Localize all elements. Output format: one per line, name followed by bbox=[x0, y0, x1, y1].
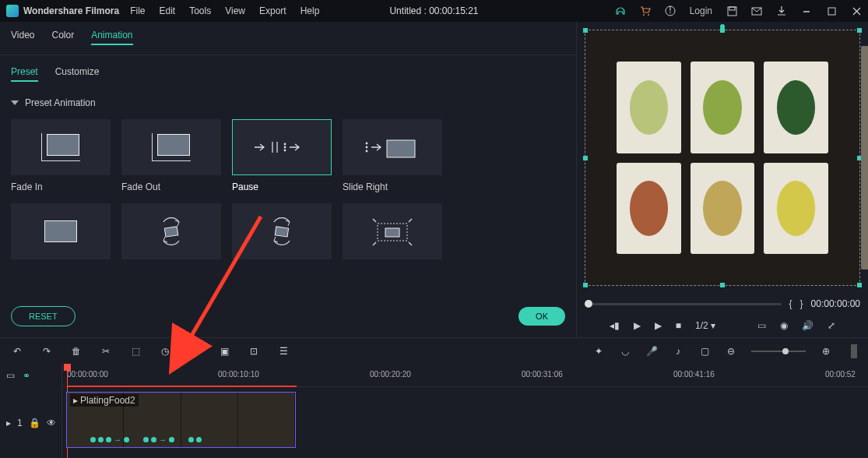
ruler-tick: 00:00:52 bbox=[825, 370, 856, 379]
svg-point-11 bbox=[284, 143, 286, 146]
svg-rect-18 bbox=[164, 227, 177, 237]
menu-help[interactable]: Help bbox=[300, 5, 320, 16]
preset-pause[interactable]: Pause bbox=[232, 119, 332, 192]
section-title: Preset Animation bbox=[25, 97, 96, 108]
cut-icon[interactable]: ✂ bbox=[100, 345, 112, 358]
keyframe-track[interactable]: → → bbox=[90, 435, 272, 444]
preset-slide-right[interactable]: Slide Right bbox=[343, 119, 442, 192]
timeline-ruler[interactable]: 00:00:00:00 00:00:10:10 00:00:20:20 00:0… bbox=[62, 364, 868, 387]
info-icon[interactable]: ! bbox=[665, 5, 676, 16]
main-menu: File Edit Tools View Export Help bbox=[130, 5, 319, 16]
speed-icon[interactable]: ◷ bbox=[159, 345, 171, 358]
animation-subtabs: Preset Customize bbox=[0, 55, 576, 86]
speed-selector[interactable]: 1/2 ▾ bbox=[695, 320, 715, 331]
ok-button[interactable]: OK bbox=[518, 307, 565, 326]
adjust-icon[interactable]: ☰ bbox=[277, 345, 290, 358]
greenscreen-icon[interactable]: ▣ bbox=[218, 345, 230, 358]
clip-video-icon: ▸ bbox=[73, 395, 78, 406]
brace-right[interactable]: } bbox=[800, 298, 803, 309]
preset-item[interactable] bbox=[11, 203, 111, 259]
zoom-out-icon[interactable]: ⊖ bbox=[725, 345, 737, 358]
preset-item[interactable] bbox=[232, 203, 332, 259]
timeline-toolbar: ↶ ↷ 🗑 ✂ ⬚ ◷ ◔ ▣ ⊡ ☰ ✦ ◡ 🎤 ♪ ▢ ⊖ ⊕ bbox=[0, 337, 868, 364]
zoom-slider[interactable] bbox=[751, 351, 806, 352]
svg-point-15 bbox=[366, 146, 368, 149]
tab-color[interactable]: Color bbox=[51, 30, 74, 45]
color-icon[interactable]: ◔ bbox=[188, 345, 201, 358]
play-button[interactable]: ▶ bbox=[634, 320, 641, 331]
cart-icon[interactable] bbox=[640, 5, 651, 16]
ruler-tick: 00:00:41:16 bbox=[673, 370, 715, 379]
marker-icon[interactable]: ◡ bbox=[619, 345, 631, 358]
render-icon[interactable]: ✦ bbox=[592, 345, 605, 358]
subtab-preset[interactable]: Preset bbox=[11, 66, 38, 82]
redo-icon[interactable]: ↷ bbox=[40, 345, 53, 358]
save-icon[interactable] bbox=[726, 5, 737, 16]
preset-thumb bbox=[343, 119, 442, 175]
reset-button[interactable]: RESET bbox=[11, 306, 76, 326]
play-alt-button[interactable]: ▶ bbox=[655, 320, 662, 331]
document-title: Untitled : 00:00:15:21 bbox=[389, 5, 478, 16]
prev-frame-button[interactable]: ◂▮ bbox=[610, 320, 620, 331]
ruler-tick: 00:00:20:20 bbox=[370, 370, 411, 379]
preset-item[interactable] bbox=[121, 203, 221, 259]
app-name: Wondershare Filmora bbox=[23, 5, 119, 16]
menu-tools[interactable]: Tools bbox=[189, 5, 211, 16]
svg-point-0 bbox=[643, 14, 645, 16]
link-icon[interactable]: ⚭ bbox=[23, 370, 30, 381]
preview-viewport[interactable] bbox=[585, 30, 860, 286]
preset-item[interactable] bbox=[343, 203, 442, 259]
app-logo: Wondershare Filmora bbox=[6, 5, 119, 17]
ruler-tick: 00:00:10:10 bbox=[218, 370, 259, 379]
preset-fade-out[interactable]: Fade Out bbox=[121, 119, 221, 192]
fullscreen-icon[interactable]: ⤢ bbox=[828, 320, 835, 331]
preset-fade-in[interactable]: Fade In bbox=[11, 119, 111, 192]
volume-icon[interactable]: 🔊 bbox=[802, 320, 814, 331]
stop-button[interactable]: ■ bbox=[676, 320, 681, 331]
visibility-icon[interactable]: 👁 bbox=[47, 417, 56, 428]
detach-icon[interactable]: ⊡ bbox=[248, 345, 260, 358]
headset-icon[interactable] bbox=[615, 5, 626, 16]
minimize-icon[interactable] bbox=[801, 5, 812, 16]
svg-point-14 bbox=[366, 143, 368, 145]
crop-icon[interactable]: ⬚ bbox=[129, 345, 142, 358]
tab-video[interactable]: Video bbox=[11, 30, 34, 45]
video-track-icon: ▸ bbox=[6, 417, 11, 428]
menu-edit[interactable]: Edit bbox=[159, 5, 175, 16]
clip-range-indicator bbox=[67, 386, 297, 387]
preset-label: Pause bbox=[232, 181, 332, 192]
close-icon[interactable] bbox=[851, 5, 862, 16]
audio-icon[interactable]: ♪ bbox=[672, 345, 684, 358]
preset-section-header[interactable]: Preset Animation bbox=[0, 86, 576, 119]
menu-file[interactable]: File bbox=[130, 5, 145, 16]
login-link[interactable]: Login bbox=[690, 5, 712, 16]
tab-animation[interactable]: Animation bbox=[91, 30, 132, 45]
svg-point-16 bbox=[366, 150, 368, 153]
preset-thumb bbox=[232, 119, 332, 175]
maximize-icon[interactable] bbox=[826, 5, 837, 16]
delete-icon[interactable]: 🗑 bbox=[70, 345, 83, 358]
track-manager-icon[interactable]: ▭ bbox=[6, 370, 15, 381]
svg-point-13 bbox=[284, 150, 286, 152]
preset-thumb bbox=[121, 119, 221, 175]
brace-left[interactable]: { bbox=[789, 298, 792, 309]
display-icon[interactable]: ▭ bbox=[757, 320, 766, 331]
preview-content bbox=[601, 46, 844, 270]
snapshot-icon[interactable]: ◉ bbox=[780, 320, 788, 331]
menu-view[interactable]: View bbox=[225, 5, 245, 16]
svg-point-12 bbox=[284, 146, 286, 149]
voiceover-icon[interactable]: 🎤 bbox=[645, 345, 658, 358]
download-icon[interactable] bbox=[776, 5, 787, 16]
preview-scrubber[interactable] bbox=[585, 303, 782, 305]
lock-icon[interactable]: 🔒 bbox=[29, 417, 40, 428]
menu-export[interactable]: Export bbox=[259, 5, 286, 16]
zoom-in-icon[interactable]: ⊕ bbox=[820, 345, 832, 358]
logo-icon bbox=[6, 5, 19, 17]
preview-timecode: 00:00:00:00 bbox=[811, 298, 860, 309]
subtab-customize[interactable]: Customize bbox=[55, 66, 100, 82]
timeline-clip[interactable]: ▸PlatingFood2 → → bbox=[66, 392, 296, 448]
undo-icon[interactable]: ↶ bbox=[11, 345, 23, 358]
scrollbar-icon[interactable] bbox=[851, 344, 857, 358]
mail-icon[interactable] bbox=[751, 5, 762, 16]
mixer-icon[interactable]: ▢ bbox=[698, 345, 711, 358]
